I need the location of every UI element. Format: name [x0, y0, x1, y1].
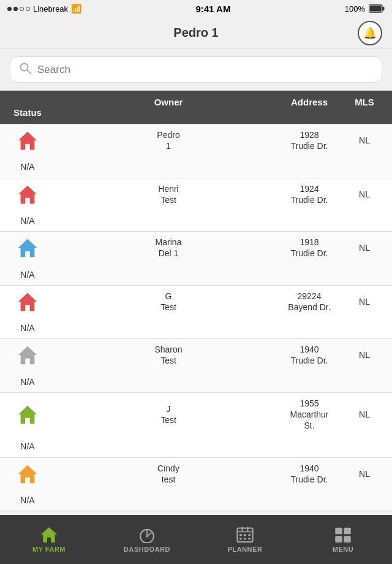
- owner-cell: Pedro1: [55, 124, 282, 156]
- house-icon-cell: [0, 290, 55, 313]
- owner-cell: Cindytest: [55, 458, 282, 490]
- svg-rect-2: [369, 6, 381, 12]
- owner-cell: GTest: [55, 286, 282, 318]
- bottom-nav: MY FARM DASHBOARD PLANNER: [0, 515, 392, 564]
- table-row[interactable]: HenriTest 1924Trudie Dr. NL N/A: [0, 178, 392, 232]
- page-title: Pedro 1: [173, 26, 218, 40]
- header: Pedro 1 🔔: [0, 17, 392, 49]
- battery-icon: [369, 4, 385, 13]
- table-row[interactable]: GTest 29224Bayend Dr. NL N/A: [0, 285, 392, 339]
- nav-label-dashboard: DASHBOARD: [124, 546, 170, 553]
- col-status: Status: [0, 107, 55, 118]
- search-container: [0, 49, 392, 90]
- svg-line-4: [27, 70, 31, 74]
- address-cell: 1940Trudie Dr.: [282, 339, 337, 371]
- address-cell: 1928Trudie Dr.: [282, 124, 337, 156]
- svg-rect-26: [344, 528, 351, 535]
- nav-label-planner: PLANNER: [228, 546, 263, 553]
- house-gray-icon: [16, 343, 39, 367]
- search-input[interactable]: [37, 64, 373, 76]
- svg-rect-28: [344, 536, 351, 543]
- table-row[interactable]: SharonTest 1940Trudie Dr. NL N/A: [0, 338, 392, 392]
- svg-marker-8: [18, 293, 37, 311]
- col-icon: [0, 97, 55, 107]
- status-cell: N/A: [0, 264, 55, 285]
- dashboard-icon: [137, 526, 157, 543]
- menu-icon: [334, 526, 352, 543]
- data-table: Owner Address MLS Status Pedro1 1928Trud…: [0, 90, 392, 511]
- svg-rect-1: [382, 7, 384, 10]
- address-cell: 1918Trudie Dr.: [282, 232, 337, 264]
- nav-item-menu[interactable]: MENU: [294, 515, 392, 564]
- table-row[interactable]: MarinaDel 1 1918Trudie Dr. NL N/A: [0, 231, 392, 285]
- wifi-icon: 📶: [71, 4, 81, 13]
- time-label: 9:41 AM: [195, 4, 230, 14]
- status-cell: N/A: [0, 436, 55, 457]
- status-bar: Linebreak 📶 9:41 AM 100%: [0, 0, 392, 17]
- address-cell: 1955MacarthurSt.: [282, 393, 337, 436]
- svg-rect-19: [239, 534, 242, 536]
- status-left: Linebreak 📶: [7, 4, 81, 13]
- address-cell: 29224Bayend Dr.: [282, 286, 337, 318]
- status-cell: N/A: [0, 318, 55, 338]
- svg-rect-20: [244, 534, 246, 536]
- house-red-icon: [16, 290, 39, 313]
- search-icon: [19, 62, 31, 77]
- mls-cell: NL: [337, 345, 392, 365]
- address-cell: 1924Trudie Dr.: [282, 178, 337, 210]
- owner-cell: HenriTest: [55, 178, 282, 210]
- nav-item-dashboard[interactable]: DASHBOARD: [98, 515, 196, 564]
- svg-marker-6: [18, 186, 37, 204]
- svg-rect-25: [335, 528, 342, 535]
- house-icon-cell: [0, 236, 55, 259]
- myfarm-icon: [40, 526, 58, 543]
- bell-icon: 🔔: [363, 26, 377, 40]
- svg-rect-21: [248, 534, 251, 536]
- nav-item-myfarm[interactable]: MY FARM: [0, 515, 98, 564]
- status-cell: N/A: [0, 210, 55, 231]
- svg-marker-11: [18, 465, 37, 483]
- table-row[interactable]: JTest 1955MacarthurSt. NL N/A: [0, 392, 392, 457]
- table-row[interactable]: Pedro1 1928Trudie Dr. NL N/A: [0, 124, 392, 178]
- status-cell: N/A: [0, 372, 55, 392]
- svg-rect-24: [248, 538, 251, 539]
- svg-marker-5: [18, 132, 37, 150]
- search-box: [10, 56, 382, 83]
- mls-cell: NL: [337, 404, 392, 425]
- nav-item-planner[interactable]: PLANNER: [196, 515, 294, 564]
- carrier-label: Linebreak: [33, 4, 68, 13]
- table-row[interactable]: Cindytest 1940Trudie Dr. NL N/A: [0, 457, 392, 511]
- col-mls: MLS: [337, 97, 392, 107]
- house-icon-cell: [0, 462, 55, 486]
- battery-label: 100%: [345, 4, 365, 13]
- notification-button[interactable]: 🔔: [358, 21, 382, 45]
- col-address: Address: [282, 97, 337, 107]
- owner-cell: SharonTest: [55, 339, 282, 371]
- house-green-icon: [16, 403, 39, 426]
- owner-cell: MarinaDel 1: [55, 232, 282, 264]
- svg-rect-27: [335, 536, 342, 543]
- table-header: Owner Address MLS Status: [0, 91, 392, 124]
- signal-dot-4: [26, 7, 30, 11]
- house-red-icon: [16, 129, 39, 152]
- signal-dot-2: [13, 7, 18, 11]
- mls-cell: NL: [337, 237, 392, 258]
- status-cell: N/A: [0, 490, 55, 511]
- house-icon-cell: [0, 183, 55, 206]
- svg-rect-23: [244, 538, 246, 539]
- mls-cell: NL: [337, 291, 392, 312]
- svg-point-14: [146, 535, 148, 537]
- house-icon-cell: [0, 129, 55, 152]
- svg-marker-12: [41, 527, 58, 543]
- status-cell: N/A: [0, 156, 55, 177]
- mls-cell: NL: [337, 463, 392, 484]
- svg-rect-22: [239, 538, 242, 539]
- status-right: 100%: [345, 4, 385, 13]
- svg-marker-7: [18, 239, 37, 257]
- signal-dots: [7, 7, 30, 11]
- house-red-icon: [16, 183, 39, 206]
- nav-label-menu: MENU: [333, 546, 353, 553]
- owner-cell: JTest: [55, 398, 282, 430]
- nav-label-myfarm: MY FARM: [32, 546, 66, 553]
- signal-dot-1: [7, 7, 12, 11]
